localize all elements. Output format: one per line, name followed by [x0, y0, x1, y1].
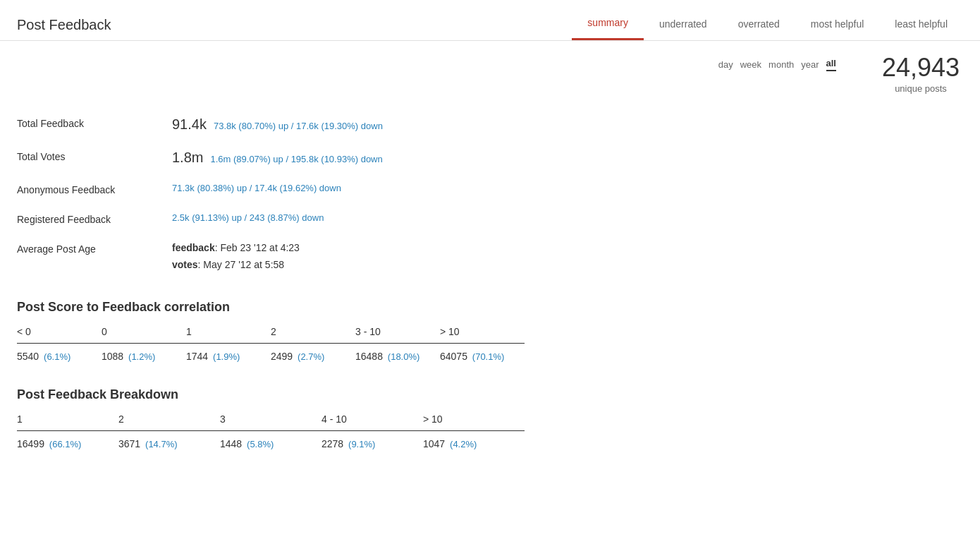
stat-label-total-votes: Total Votes [17, 150, 158, 162]
time-filter-year[interactable]: year [801, 59, 819, 70]
nav-tabs: summaryunderratedoverratedmost helpfulle… [572, 10, 963, 40]
stat-row-reg-feedback: Registered Feedback 2.5k (91.13%) up / 2… [17, 204, 963, 234]
table-row: 5540 (6.1%) [17, 344, 102, 363]
correlation-col-header: 0 [102, 326, 186, 344]
correlation-col-header: 2 [271, 326, 355, 344]
correlation-table: < 00123 - 10> 10 5540 (6.1%)1088 (1.2%)1… [17, 326, 525, 362]
breakdown-thead: 1234 - 10> 10 [17, 413, 525, 431]
table-row: 2278 (9.1%) [321, 431, 423, 450]
breakdown-col-header: 2 [118, 413, 220, 431]
main-content: dayweekmonthyearall 24,943 unique posts … [0, 41, 980, 478]
breakdown-col-header: > 10 [423, 413, 525, 431]
stat-value-total-feedback: 91.4k 73.8k (80.70%) up / 17.6k (19.30%)… [172, 116, 383, 133]
correlation-col-header: 3 - 10 [355, 326, 440, 344]
table-row: 16488 (18.0%) [355, 344, 440, 363]
correlation-data-row: 5540 (6.1%)1088 (1.2%)1744 (1.9%)2499 (2… [17, 344, 525, 363]
stat-label-avg-post-age: Average Post Age [17, 242, 158, 255]
breakdown-col-header: 3 [220, 413, 321, 431]
stat-row-total-votes: Total Votes 1.8m 1.6m (89.07%) up / 195.… [17, 141, 963, 174]
nav-tab-least-helpful[interactable]: least helpful [879, 11, 963, 40]
header: Post Feedback summaryunderratedoverrated… [0, 0, 980, 41]
breakdown-section: Post Feedback Breakdown 1234 - 10> 10 16… [17, 387, 963, 449]
time-filter-day[interactable]: day [718, 59, 733, 70]
breakdown-title: Post Feedback Breakdown [17, 387, 963, 402]
nav-tab-summary[interactable]: summary [572, 10, 644, 40]
correlation-col-header: < 0 [17, 326, 102, 344]
stats-section: Total Feedback 91.4k 73.8k (80.70%) up /… [17, 108, 963, 279]
correlation-col-header: 1 [186, 326, 271, 344]
nav-tab-most-helpful[interactable]: most helpful [795, 11, 879, 40]
table-row: 2499 (2.7%) [271, 344, 355, 363]
stat-label-total-feedback: Total Feedback [17, 116, 158, 129]
table-row: 16499 (66.1%) [17, 431, 118, 450]
breakdown-col-header: 1 [17, 413, 118, 431]
correlation-col-header: > 10 [440, 326, 525, 344]
stat-label-anon-feedback: Anonymous Feedback [17, 183, 158, 195]
time-filter-week[interactable]: week [740, 59, 761, 70]
unique-posts-label: unique posts [878, 83, 963, 94]
top-stats-row: dayweekmonthyearall 24,943 unique posts [17, 55, 963, 94]
nav-tab-overrated[interactable]: overrated [723, 11, 795, 40]
stat-value-reg-feedback: 2.5k (91.13%) up / 243 (8.87%) down [172, 212, 324, 223]
table-row: 1448 (5.8%) [220, 431, 321, 450]
table-row: 1088 (1.2%) [102, 344, 186, 363]
breakdown-header-row: 1234 - 10> 10 [17, 413, 525, 431]
correlation-tbody: 5540 (6.1%)1088 (1.2%)1744 (1.9%)2499 (2… [17, 344, 525, 363]
stat-label-reg-feedback: Registered Feedback [17, 212, 158, 225]
total-votes-main: 1.8m [172, 150, 203, 166]
breakdown-table: 1234 - 10> 10 16499 (66.1%)3671 (14.7%)1… [17, 413, 525, 449]
feedback-date: feedback: Feb 23 '12 at 4:23 [172, 242, 300, 253]
correlation-section: Post Score to Feedback correlation < 001… [17, 300, 963, 362]
correlation-title: Post Score to Feedback correlation [17, 300, 963, 315]
total-votes-detail: 1.6m (89.07%) up / 195.8k (10.93%) down [210, 154, 382, 164]
stat-value-total-votes: 1.8m 1.6m (89.07%) up / 195.8k (10.93%) … [172, 150, 383, 166]
stat-row-total-feedback: Total Feedback 91.4k 73.8k (80.70%) up /… [17, 108, 963, 141]
votes-date: votes: May 27 '12 at 5:58 [172, 259, 300, 270]
table-row: 3671 (14.7%) [118, 431, 220, 450]
table-row: 64075 (70.1%) [440, 344, 525, 363]
anon-feedback-detail: 71.3k (80.38%) up / 17.4k (19.62%) down [172, 183, 341, 193]
reg-feedback-detail: 2.5k (91.13%) up / 243 (8.87%) down [172, 212, 324, 223]
breakdown-tbody: 16499 (66.1%)3671 (14.7%)1448 (5.8%)2278… [17, 431, 525, 450]
table-row: 1744 (1.9%) [186, 344, 271, 363]
page-title: Post Feedback [17, 17, 111, 33]
stat-row-avg-post-age: Average Post Age feedback: Feb 23 '12 at… [17, 234, 963, 279]
breakdown-data-row: 16499 (66.1%)3671 (14.7%)1448 (5.8%)2278… [17, 431, 525, 450]
correlation-thead: < 00123 - 10> 10 [17, 326, 525, 344]
table-row: 1047 (4.2%) [423, 431, 525, 450]
unique-posts-widget: 24,943 unique posts [878, 55, 963, 94]
total-feedback-main: 91.4k [172, 116, 207, 133]
correlation-header-row: < 00123 - 10> 10 [17, 326, 525, 344]
stat-age-values: feedback: Feb 23 '12 at 4:23 votes: May … [172, 242, 300, 270]
unique-posts-number: 24,943 [878, 55, 963, 80]
time-filter-all[interactable]: all [826, 58, 836, 71]
nav-tab-underrated[interactable]: underrated [644, 11, 723, 40]
time-filters: dayweekmonthyearall [718, 55, 836, 71]
breakdown-col-header: 4 - 10 [321, 413, 423, 431]
time-filter-month[interactable]: month [768, 59, 794, 70]
total-feedback-detail: 73.8k (80.70%) up / 17.6k (19.30%) down [214, 121, 383, 131]
stat-row-anon-feedback: Anonymous Feedback 71.3k (80.38%) up / 1… [17, 174, 963, 204]
stat-value-anon-feedback: 71.3k (80.38%) up / 17.4k (19.62%) down [172, 183, 341, 193]
